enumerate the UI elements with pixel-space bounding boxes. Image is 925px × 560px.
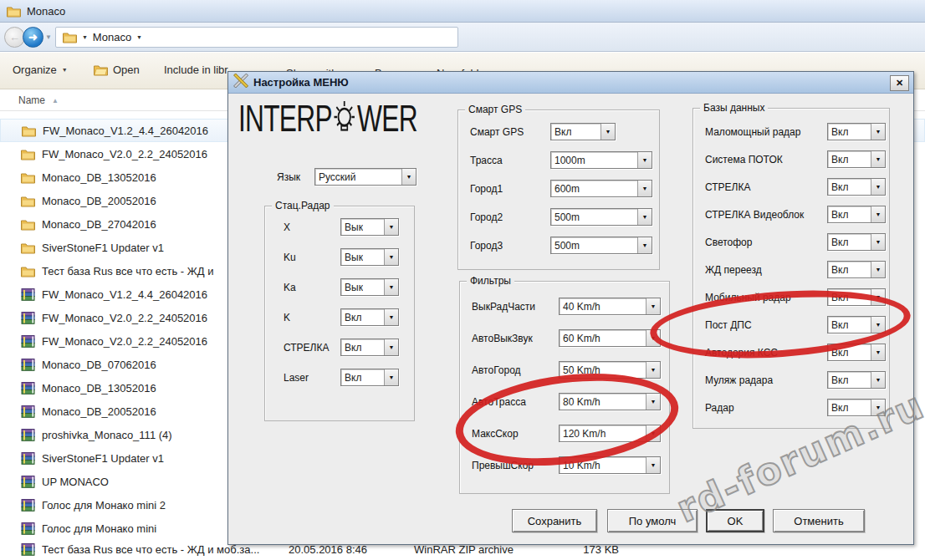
setting-select[interactable]: Вкл — [550, 123, 616, 140]
setting-select[interactable]: 600m — [550, 180, 652, 197]
winrar-archive-icon — [21, 476, 35, 488]
file-type: WinRAR ZIP archive — [414, 543, 514, 556]
chevron-down-icon[interactable] — [637, 209, 652, 225]
winrar-archive-icon — [21, 382, 35, 395]
setting-select[interactable]: Вык — [340, 248, 399, 266]
winrar-archive-icon — [21, 499, 35, 512]
open-button[interactable]: Open — [94, 64, 140, 76]
setting-select[interactable]: 1000m — [550, 151, 652, 169]
setting-row: K Вкл — [284, 308, 414, 326]
chevron-down-icon[interactable] — [384, 249, 398, 265]
setting-label: СТРЕЛКА — [284, 342, 340, 354]
group-databases: Базы данных Маломощный радар Вкл Система… — [692, 108, 890, 429]
chevron-down-icon[interactable] — [646, 362, 660, 378]
chevron-down-icon[interactable] — [384, 339, 398, 355]
chevron-down-icon[interactable] — [384, 279, 398, 295]
setting-select[interactable]: Вкл — [827, 206, 886, 223]
column-header-name[interactable]: Name ▲ — [18, 94, 59, 106]
winrar-archive-icon — [21, 452, 35, 465]
chevron-down-icon[interactable] — [871, 179, 885, 195]
chevron-down-icon[interactable] — [871, 234, 885, 250]
setting-value: 600m — [551, 183, 580, 195]
chevron-down-icon[interactable] — [871, 372, 885, 388]
chevron-down-icon[interactable] — [871, 344, 885, 360]
dialog-titlebar[interactable]: Настройка МЕНЮ ✕ — [228, 72, 913, 94]
file-name: Тест база Rus все что есть - ЖД и — [42, 265, 214, 277]
language-select[interactable]: Русский — [314, 168, 417, 186]
chevron-down-icon[interactable] — [871, 206, 885, 222]
setting-label: Трасса — [470, 155, 550, 166]
file-name: SiverStoneF1 Updater v1 — [42, 452, 164, 465]
sort-ascending-icon: ▲ — [52, 97, 59, 104]
group-stationary-radar: Стац.Радар X Вык Ku Вык Ka — [264, 206, 415, 421]
file-size: 173 KB — [535, 543, 619, 556]
setting-select[interactable]: Вкл — [827, 150, 886, 168]
address-bar[interactable]: ▼ Monaco ▼ — [55, 27, 458, 48]
breadcrumb[interactable]: Monaco — [93, 31, 131, 43]
file-name: Голос для Монако mini 2 — [42, 499, 166, 512]
setting-value: 1000m — [551, 155, 585, 166]
close-button[interactable]: ✕ — [890, 75, 909, 91]
setting-row: Город3 500m — [470, 237, 659, 254]
setting-select[interactable]: Вкл — [827, 233, 886, 251]
organize-button[interactable]: Organize ▼ — [13, 64, 68, 76]
setting-label: X — [284, 221, 340, 233]
chevron-down-icon[interactable] — [646, 457, 660, 473]
chevron-down-icon[interactable] — [637, 237, 652, 253]
navbar: ← ➜ ▼ ▼ Monaco ▼ — [0, 23, 925, 52]
chevron-down-icon[interactable] — [600, 124, 615, 140]
folder-icon — [7, 5, 21, 18]
include-in-library-button[interactable]: Include in libr — [164, 64, 228, 76]
setting-select[interactable]: 500m — [550, 237, 652, 254]
chevron-down-icon[interactable] — [384, 309, 398, 325]
setting-select[interactable]: Вык — [340, 218, 399, 236]
cancel-button[interactable]: Отменить — [773, 509, 865, 532]
setting-select[interactable]: Вкл — [827, 371, 886, 389]
file-name: proshivka_Monaco_111 (4) — [42, 429, 172, 441]
setting-select[interactable]: Вкл — [340, 369, 399, 386]
setting-label: АвтоГород — [472, 364, 559, 376]
chevron-down-icon[interactable] — [401, 169, 416, 185]
chevron-down-icon[interactable] — [871, 124, 885, 140]
group-smart-gps: Смарт GPS Смарт GPS Вкл Трасса 1000m — [457, 109, 660, 270]
chevron-down-icon[interactable] — [384, 369, 398, 385]
chevron-down-icon[interactable] — [637, 152, 652, 168]
file-date: 20.05.2016 8:46 — [289, 543, 367, 556]
file-name: Голос для Монако mini — [42, 522, 156, 535]
folder-icon — [21, 265, 35, 277]
setting-value: 500m — [551, 240, 580, 252]
setting-value: Вкл — [551, 126, 571, 138]
setting-row: Город2 500m — [470, 208, 659, 226]
chevron-down-icon[interactable]: ▼ — [82, 34, 88, 40]
setting-select[interactable]: Вкл — [340, 308, 399, 326]
folder-icon — [21, 148, 35, 160]
setting-select[interactable]: Вкл — [827, 178, 886, 196]
file-name: FW_Monaco_V1.2_4.4_26042016 — [42, 288, 207, 301]
setting-select[interactable]: Вкл — [827, 123, 886, 140]
setting-select[interactable]: 40 Km/h — [559, 298, 661, 315]
chevron-down-icon[interactable] — [646, 298, 660, 314]
chevron-down-icon[interactable]: ▼ — [136, 34, 142, 40]
setting-label: Радар — [705, 402, 827, 414]
recent-pages-chevron-icon[interactable]: ▼ — [45, 33, 52, 41]
winrar-archive-icon — [21, 335, 35, 348]
forward-button[interactable]: ➜ — [23, 27, 43, 48]
setting-label: Смарт GPS — [470, 126, 550, 138]
chevron-down-icon[interactable] — [871, 262, 885, 277]
setting-select[interactable]: Вкл — [340, 339, 399, 356]
chevron-down-icon[interactable] — [871, 151, 885, 167]
setting-value: Вкл — [341, 342, 361, 354]
chevron-down-icon[interactable] — [637, 181, 652, 196]
chevron-down-icon[interactable] — [384, 219, 398, 235]
setting-select[interactable]: Вык — [340, 278, 399, 296]
setting-value: Вкл — [341, 372, 361, 384]
logo-text-left: INTERP — [238, 100, 332, 137]
setting-select[interactable]: 500m — [550, 208, 652, 226]
setting-select[interactable]: Вкл — [827, 261, 886, 278]
setting-select[interactable]: 60 Km/h — [559, 329, 661, 347]
setting-value: Вык — [341, 252, 363, 263]
folder-icon — [21, 242, 35, 254]
save-button[interactable]: Сохранить — [512, 509, 597, 532]
setting-value: Вкл — [828, 154, 848, 165]
setting-row: Маломощный радар Вкл — [705, 123, 889, 140]
